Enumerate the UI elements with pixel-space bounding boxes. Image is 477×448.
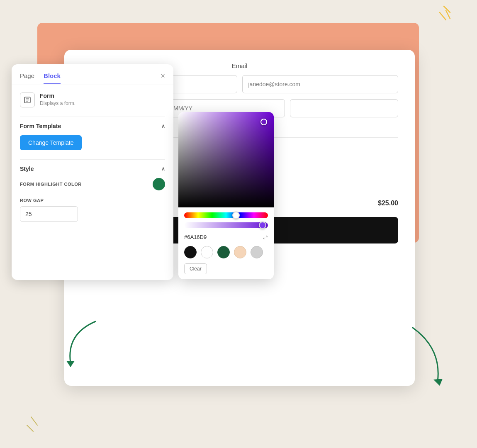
highlight-color-button[interactable]	[153, 178, 165, 190]
form-block-info: Form Displays a form.	[20, 93, 165, 107]
section-divider-2	[20, 159, 165, 160]
form-block-text: Form Displays a form.	[40, 93, 75, 106]
svg-line-2	[440, 12, 446, 20]
form-svg-icon	[24, 96, 31, 104]
total-amount: $25.00	[378, 200, 398, 207]
cvv-input[interactable]	[290, 99, 398, 117]
section-divider-1	[20, 117, 165, 117]
email-input[interactable]	[242, 75, 399, 93]
swatch-dark-green[interactable]	[217, 246, 230, 258]
style-chevron: ∧	[161, 166, 165, 172]
hue-handle[interactable]	[232, 212, 240, 219]
row-gap-section: ROW GAP PX	[20, 198, 165, 222]
form-block-description: Displays a form.	[40, 100, 75, 106]
color-picker-handle[interactable]	[260, 119, 267, 125]
svg-line-1	[446, 10, 450, 19]
color-picker-popup: #6A16D9 ⇌ Clear	[178, 112, 274, 279]
swatch-white[interactable]	[201, 246, 213, 258]
deco-lines-bottom-left	[23, 396, 52, 433]
svg-line-0	[444, 6, 450, 12]
form-template-title: Form Template	[20, 123, 61, 129]
form-template-section-header[interactable]: Form Template ∧	[20, 123, 165, 129]
swatch-black[interactable]	[184, 246, 197, 258]
hue-slider[interactable]	[184, 212, 268, 218]
clear-button[interactable]: Clear	[184, 263, 207, 274]
style-section-header[interactable]: Style ∧	[20, 166, 165, 172]
hex-value[interactable]: #6A16D9	[184, 234, 207, 240]
form-template-chevron: ∧	[161, 123, 165, 129]
deco-lines-top	[419, 4, 452, 29]
change-template-button[interactable]: Change Template	[20, 135, 82, 150]
color-controls: #6A16D9 ⇌ Clear	[178, 207, 274, 279]
highlight-color-row: FORM HIGHLIGHT COLOR	[20, 178, 165, 190]
settings-icon[interactable]: ⇌	[263, 233, 268, 241]
swatch-peach[interactable]	[234, 246, 246, 258]
tab-page[interactable]: Page	[20, 72, 34, 84]
alpha-slider[interactable]	[184, 222, 268, 228]
highlight-color-label: FORM HIGHLIGHT COLOR	[20, 182, 82, 187]
hex-row: #6A16D9 ⇌	[184, 233, 268, 241]
tab-block[interactable]: Block	[44, 72, 61, 84]
style-section-body: FORM HIGHLIGHT COLOR ROW GAP PX	[20, 178, 165, 222]
form-block-title: Form	[40, 93, 75, 99]
close-button[interactable]: ×	[161, 72, 165, 85]
form-icon	[20, 93, 35, 107]
alpha-handle[interactable]	[259, 222, 266, 229]
color-swatches	[184, 246, 268, 258]
gradient-area[interactable]	[178, 112, 274, 207]
style-title: Style	[20, 166, 34, 172]
svg-marker-10	[433, 379, 443, 386]
svg-line-3	[27, 425, 33, 431]
row-gap-input[interactable]	[20, 207, 78, 222]
panel-body: Form Displays a form. Form Template ∧ Ch…	[12, 85, 173, 234]
side-panel: Page Block × Form Displays a form. For	[12, 64, 173, 280]
svg-line-4	[31, 417, 37, 425]
panel-header: Page Block ×	[12, 64, 173, 85]
row-gap-label: ROW GAP	[20, 198, 165, 203]
row-gap-input-wrap: PX	[20, 206, 78, 222]
swatch-light-gray[interactable]	[251, 246, 263, 258]
gradient-canvas[interactable]	[178, 112, 274, 207]
